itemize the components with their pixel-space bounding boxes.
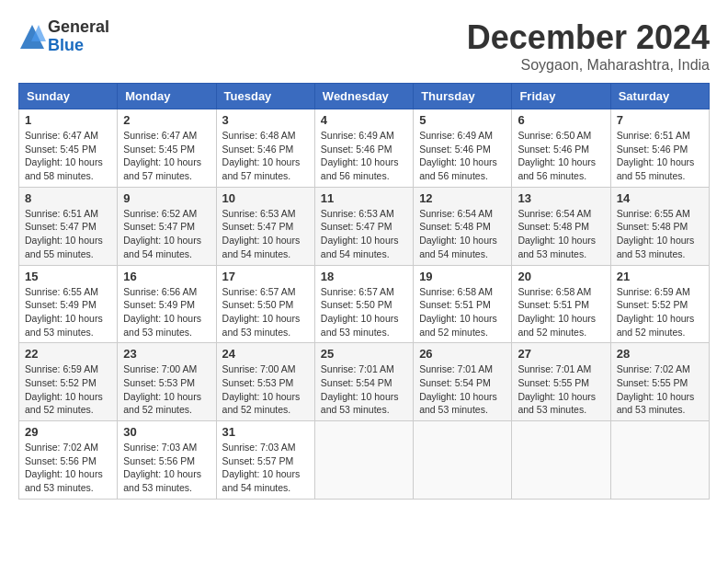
calendar-cell: 18Sunrise: 6:57 AM Sunset: 5:50 PM Dayli… xyxy=(314,265,413,343)
day-info: Sunrise: 6:51 AM Sunset: 5:46 PM Dayligh… xyxy=(617,129,703,183)
day-info: Sunrise: 6:53 AM Sunset: 5:47 PM Dayligh… xyxy=(321,207,407,261)
header-tuesday: Tuesday xyxy=(216,84,314,109)
calendar-cell: 30Sunrise: 7:03 AM Sunset: 5:56 PM Dayli… xyxy=(118,421,216,500)
calendar-cell: 25Sunrise: 7:01 AM Sunset: 5:54 PM Dayli… xyxy=(314,343,413,421)
header-friday: Friday xyxy=(512,84,610,109)
week-row-5: 29Sunrise: 7:02 AM Sunset: 5:56 PM Dayli… xyxy=(19,421,710,500)
day-info: Sunrise: 7:01 AM Sunset: 5:55 PM Dayligh… xyxy=(518,362,604,417)
day-info: Sunrise: 6:59 AM Sunset: 5:52 PM Dayligh… xyxy=(25,362,111,417)
calendar-cell: 20Sunrise: 6:58 AM Sunset: 5:51 PM Dayli… xyxy=(512,265,610,343)
calendar-cell: 21Sunrise: 6:59 AM Sunset: 5:52 PM Dayli… xyxy=(610,265,709,343)
day-info: Sunrise: 6:57 AM Sunset: 5:50 PM Dayligh… xyxy=(321,285,407,339)
day-info: Sunrise: 7:01 AM Sunset: 5:54 PM Dayligh… xyxy=(321,362,407,417)
day-number: 15 xyxy=(25,270,111,283)
day-number: 30 xyxy=(123,425,210,439)
day-info: Sunrise: 6:57 AM Sunset: 5:50 PM Dayligh… xyxy=(222,285,309,339)
day-number: 25 xyxy=(321,347,407,361)
title-section: December 2024 Soygaon, Maharashtra, Indi… xyxy=(467,18,710,74)
day-info: Sunrise: 7:01 AM Sunset: 5:54 PM Dayligh… xyxy=(419,362,506,417)
calendar-cell: 17Sunrise: 6:57 AM Sunset: 5:50 PM Dayli… xyxy=(216,265,314,343)
calendar-cell: 29Sunrise: 7:02 AM Sunset: 5:56 PM Dayli… xyxy=(19,421,118,500)
day-number: 16 xyxy=(123,270,210,283)
calendar-cell: 31Sunrise: 7:03 AM Sunset: 5:57 PM Dayli… xyxy=(216,421,314,500)
day-info: Sunrise: 6:56 AM Sunset: 5:49 PM Dayligh… xyxy=(123,285,210,339)
day-info: Sunrise: 6:49 AM Sunset: 5:46 PM Dayligh… xyxy=(321,129,407,183)
calendar: SundayMondayTuesdayWednesdayThursdayFrid… xyxy=(18,83,710,500)
calendar-cell: 12Sunrise: 6:54 AM Sunset: 5:48 PM Dayli… xyxy=(414,187,512,265)
calendar-cell xyxy=(414,421,512,500)
day-info: Sunrise: 6:52 AM Sunset: 5:47 PM Dayligh… xyxy=(123,207,210,261)
subtitle: Soygaon, Maharashtra, India xyxy=(467,57,710,74)
calendar-cell: 26Sunrise: 7:01 AM Sunset: 5:54 PM Dayli… xyxy=(414,343,512,421)
day-number: 22 xyxy=(25,347,111,361)
day-number: 17 xyxy=(222,270,309,283)
day-info: Sunrise: 6:47 AM Sunset: 5:45 PM Dayligh… xyxy=(25,129,111,183)
day-info: Sunrise: 6:53 AM Sunset: 5:47 PM Dayligh… xyxy=(222,207,309,261)
calendar-cell: 3Sunrise: 6:48 AM Sunset: 5:46 PM Daylig… xyxy=(216,109,314,188)
calendar-cell: 2Sunrise: 6:47 AM Sunset: 5:45 PM Daylig… xyxy=(118,109,216,188)
day-number: 23 xyxy=(123,347,210,361)
calendar-cell: 1Sunrise: 6:47 AM Sunset: 5:45 PM Daylig… xyxy=(19,109,118,188)
day-number: 8 xyxy=(25,191,111,205)
day-info: Sunrise: 6:54 AM Sunset: 5:48 PM Dayligh… xyxy=(518,207,604,261)
week-row-4: 22Sunrise: 6:59 AM Sunset: 5:52 PM Dayli… xyxy=(19,343,710,421)
calendar-cell: 4Sunrise: 6:49 AM Sunset: 5:46 PM Daylig… xyxy=(314,109,413,188)
day-number: 20 xyxy=(518,270,604,283)
day-info: Sunrise: 6:51 AM Sunset: 5:47 PM Dayligh… xyxy=(25,207,111,261)
calendar-cell: 13Sunrise: 6:54 AM Sunset: 5:48 PM Dayli… xyxy=(512,187,610,265)
calendar-cell: 27Sunrise: 7:01 AM Sunset: 5:55 PM Dayli… xyxy=(512,343,610,421)
day-number: 14 xyxy=(617,191,703,205)
calendar-cell: 7Sunrise: 6:51 AM Sunset: 5:46 PM Daylig… xyxy=(610,109,709,188)
day-number: 24 xyxy=(222,347,309,361)
header-wednesday: Wednesday xyxy=(314,84,413,109)
week-row-3: 15Sunrise: 6:55 AM Sunset: 5:49 PM Dayli… xyxy=(19,265,710,343)
day-info: Sunrise: 7:02 AM Sunset: 5:55 PM Dayligh… xyxy=(617,362,703,417)
day-info: Sunrise: 6:55 AM Sunset: 5:48 PM Dayligh… xyxy=(617,207,703,261)
day-number: 1 xyxy=(25,113,111,127)
day-number: 9 xyxy=(123,191,210,205)
week-row-1: 1Sunrise: 6:47 AM Sunset: 5:45 PM Daylig… xyxy=(19,109,710,188)
header: General Blue December 2024 Soygaon, Maha… xyxy=(18,18,710,74)
day-number: 26 xyxy=(419,347,506,361)
calendar-cell xyxy=(512,421,610,500)
day-number: 29 xyxy=(25,425,111,439)
day-number: 31 xyxy=(222,425,309,439)
day-number: 5 xyxy=(419,113,506,127)
day-info: Sunrise: 7:00 AM Sunset: 5:53 PM Dayligh… xyxy=(222,362,309,417)
calendar-cell: 5Sunrise: 6:49 AM Sunset: 5:46 PM Daylig… xyxy=(414,109,512,188)
calendar-cell: 24Sunrise: 7:00 AM Sunset: 5:53 PM Dayli… xyxy=(216,343,314,421)
header-sunday: Sunday xyxy=(19,84,118,109)
calendar-cell: 9Sunrise: 6:52 AM Sunset: 5:47 PM Daylig… xyxy=(118,187,216,265)
week-row-2: 8Sunrise: 6:51 AM Sunset: 5:47 PM Daylig… xyxy=(19,187,710,265)
day-info: Sunrise: 6:48 AM Sunset: 5:46 PM Dayligh… xyxy=(222,129,309,183)
logo-text: General Blue xyxy=(48,18,109,55)
calendar-cell: 10Sunrise: 6:53 AM Sunset: 5:47 PM Dayli… xyxy=(216,187,314,265)
calendar-cell xyxy=(610,421,709,500)
day-number: 11 xyxy=(321,191,407,205)
day-info: Sunrise: 6:58 AM Sunset: 5:51 PM Dayligh… xyxy=(419,285,506,339)
day-info: Sunrise: 6:49 AM Sunset: 5:46 PM Dayligh… xyxy=(419,129,506,183)
calendar-cell: 8Sunrise: 6:51 AM Sunset: 5:47 PM Daylig… xyxy=(19,187,118,265)
day-number: 7 xyxy=(617,113,703,127)
calendar-cell xyxy=(314,421,413,500)
day-info: Sunrise: 7:03 AM Sunset: 5:56 PM Dayligh… xyxy=(123,441,210,495)
day-info: Sunrise: 7:00 AM Sunset: 5:53 PM Dayligh… xyxy=(123,362,210,417)
day-info: Sunrise: 6:55 AM Sunset: 5:49 PM Dayligh… xyxy=(25,285,111,339)
logo: General Blue xyxy=(18,18,109,55)
day-info: Sunrise: 6:59 AM Sunset: 5:52 PM Dayligh… xyxy=(617,285,703,339)
day-number: 27 xyxy=(518,347,604,361)
calendar-header-row: SundayMondayTuesdayWednesdayThursdayFrid… xyxy=(19,84,710,109)
logo-general: General xyxy=(48,18,109,37)
header-saturday: Saturday xyxy=(610,84,709,109)
header-thursday: Thursday xyxy=(414,84,512,109)
logo-blue: Blue xyxy=(48,37,109,55)
calendar-cell: 11Sunrise: 6:53 AM Sunset: 5:47 PM Dayli… xyxy=(314,187,413,265)
calendar-cell: 6Sunrise: 6:50 AM Sunset: 5:46 PM Daylig… xyxy=(512,109,610,188)
day-number: 12 xyxy=(419,191,506,205)
day-number: 19 xyxy=(419,270,506,283)
day-info: Sunrise: 7:03 AM Sunset: 5:57 PM Dayligh… xyxy=(222,441,309,495)
calendar-cell: 19Sunrise: 6:58 AM Sunset: 5:51 PM Dayli… xyxy=(414,265,512,343)
logo-icon xyxy=(18,23,46,51)
main-title: December 2024 xyxy=(467,18,710,57)
day-number: 28 xyxy=(617,347,703,361)
